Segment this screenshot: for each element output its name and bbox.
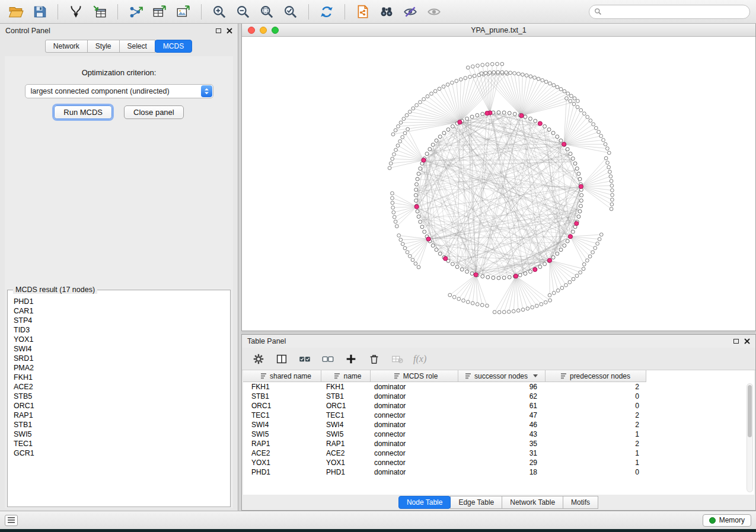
mcds-result-item[interactable]: SRD1 [14, 354, 229, 363]
table-cell: 43 [458, 430, 546, 438]
search-box[interactable] [589, 5, 750, 19]
select-arrows-icon [201, 85, 212, 97]
import-network-button[interactable] [66, 2, 86, 21]
node-table-header: shared name name MCDS role successo [243, 370, 754, 382]
table-scrollbar[interactable] [747, 383, 753, 492]
float-panel-button[interactable] [216, 28, 221, 33]
select-all-button[interactable] [298, 352, 312, 366]
table-row[interactable]: ACE2ACE2connector311 [243, 448, 754, 458]
open-session-button[interactable] [6, 2, 26, 21]
close-table-panel-button[interactable] [744, 338, 750, 344]
column-header-predecessor-nodes[interactable]: predecessor nodes [546, 370, 646, 382]
table-row[interactable]: FKH1FKH1dominator962 [243, 382, 754, 392]
mcds-result-item[interactable]: TID3 [14, 325, 229, 335]
table-cell: SWI5 [243, 430, 321, 438]
node-table: shared name name MCDS role successo [243, 370, 754, 495]
mcds-result-item[interactable]: YOX1 [14, 335, 229, 344]
mcds-result-item[interactable]: CAR1 [14, 306, 229, 316]
tab-mcds[interactable]: MCDS [155, 40, 192, 53]
network-canvas[interactable] [242, 37, 755, 331]
close-panel-button-mcds[interactable]: Close panel [124, 105, 184, 119]
table-cell: 47 [458, 411, 546, 419]
show-columns-button[interactable] [275, 352, 289, 366]
mcds-result-item[interactable]: ACE2 [14, 382, 229, 392]
zoom-selected-button[interactable] [280, 2, 301, 21]
mcds-result-item[interactable]: ORC1 [14, 401, 229, 411]
zoom-out-button[interactable] [233, 2, 253, 21]
mcds-result-item[interactable]: SWI4 [14, 344, 229, 354]
mcds-result-item[interactable]: PHD1 [14, 297, 229, 306]
table-settings-button[interactable] [251, 352, 266, 366]
export-table-button[interactable] [149, 2, 170, 21]
deselect-all-button[interactable] [321, 352, 335, 366]
save-session-button[interactable] [30, 2, 50, 21]
column-header-mcds-role[interactable]: MCDS role [371, 370, 458, 382]
tab-network[interactable]: Network [45, 40, 88, 53]
delete-column-button[interactable] [367, 352, 381, 366]
close-panel-button[interactable] [227, 28, 232, 34]
tab-style[interactable]: Style [87, 40, 120, 53]
table-panel: Table Panel [241, 334, 756, 511]
table-toolbar: f(x) [242, 348, 755, 370]
tab-node-table[interactable]: Node Table [398, 496, 451, 509]
table-row[interactable]: TEC1TEC1connector472 [243, 411, 754, 420]
table-row[interactable]: RAP1RAP1dominator352 [243, 439, 754, 448]
table-row[interactable]: SWI4SWI4dominator462 [243, 420, 754, 430]
maximize-window-button[interactable] [272, 27, 279, 34]
save-icon [32, 4, 47, 20]
hide-selected-button[interactable] [400, 2, 420, 21]
tab-motifs[interactable]: Motifs [563, 496, 598, 509]
minimize-window-button[interactable] [260, 27, 267, 34]
table-row[interactable]: STB1STB1dominator620 [243, 392, 754, 401]
mcds-result-item[interactable]: STP4 [14, 316, 229, 325]
zoom-in-button[interactable] [209, 2, 229, 21]
export-image-button[interactable] [173, 2, 193, 21]
column-header-shared-name[interactable]: shared name [243, 370, 321, 382]
zoom-fit-button[interactable] [257, 2, 277, 21]
close-window-button[interactable] [248, 27, 255, 34]
import-table-button[interactable] [90, 2, 110, 21]
table-row[interactable]: YOX1YOX1connector291 [243, 458, 754, 467]
table-row[interactable]: SWI5SWI5connector431 [243, 430, 754, 439]
column-header-name[interactable]: name [321, 370, 371, 382]
mcds-result-item[interactable]: FKH1 [14, 373, 229, 382]
share-document-button[interactable] [353, 2, 373, 21]
criterion-select[interactable]: largest connected component (undirected) [25, 84, 213, 98]
table-cell: 35 [458, 440, 546, 448]
column-header-successor-nodes[interactable]: successor nodes [458, 370, 546, 382]
mcds-result-item[interactable]: PMA2 [14, 363, 229, 373]
mcds-result-item[interactable]: RAP1 [14, 411, 229, 420]
memory-status-icon [709, 517, 716, 524]
mcds-result-item[interactable]: STB1 [14, 420, 229, 430]
table-row[interactable]: ORC1ORC1dominator610 [243, 401, 754, 411]
first-neighbors-button[interactable] [377, 2, 397, 21]
float-table-panel-button[interactable] [733, 339, 739, 344]
table-cell: RAP1 [321, 440, 371, 448]
clear-table-button[interactable] [390, 352, 404, 366]
scrollbar-thumb[interactable] [748, 385, 752, 437]
mcds-result-item[interactable]: SWI5 [14, 430, 229, 439]
mcds-result-item[interactable]: STB5 [14, 392, 229, 401]
export-network-button[interactable] [126, 2, 146, 21]
deselect-all-icon [321, 352, 334, 366]
tab-network-table[interactable]: Network Table [502, 496, 563, 509]
toolbar-separator [117, 4, 118, 20]
run-mcds-button[interactable]: Run MCDS [54, 105, 112, 119]
tab-select[interactable]: Select [119, 40, 155, 53]
memory-button[interactable]: Memory [703, 514, 751, 527]
table-panel-title: Table Panel [247, 337, 286, 345]
table-clear-icon [391, 352, 404, 366]
add-column-button[interactable] [344, 352, 358, 366]
show-all-button[interactable] [424, 2, 444, 21]
table-row[interactable]: PHD1PHD1dominator180 [243, 467, 754, 477]
apply-layout-button[interactable] [317, 2, 337, 21]
mcds-result-item[interactable]: TEC1 [14, 439, 229, 448]
select-all-icon [298, 352, 311, 366]
table-cell: 31 [458, 449, 546, 457]
mcds-result-item[interactable]: GCR1 [14, 448, 229, 458]
tab-edge-table[interactable]: Edge Table [450, 496, 502, 509]
function-builder-button[interactable]: f(x) [413, 354, 426, 364]
search-input[interactable] [605, 8, 745, 16]
eye-slash-icon [403, 4, 418, 20]
panels-menu-button[interactable] [5, 515, 18, 526]
